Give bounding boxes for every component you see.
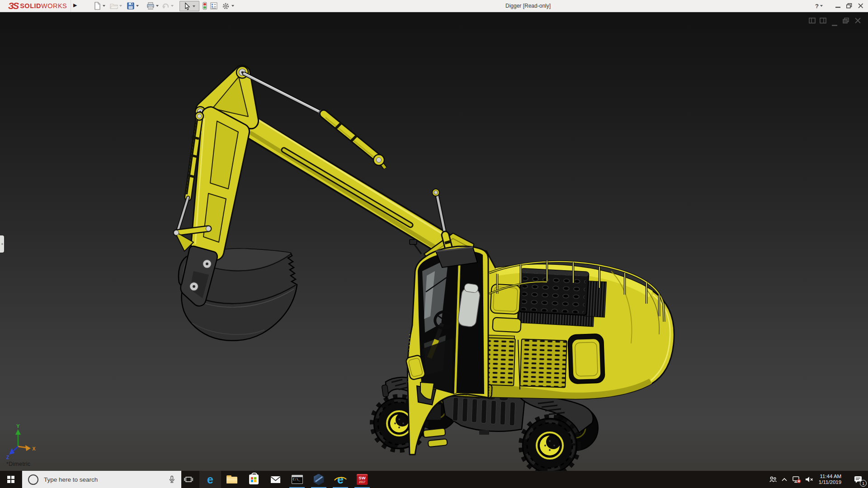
sw-icon-text: SW xyxy=(359,476,365,480)
store-icon xyxy=(249,474,259,484)
open-button xyxy=(110,1,122,11)
solidworks-logo: ЗSSOLIDWORKS xyxy=(8,1,67,11)
command-prompt-glyph: C:\_ xyxy=(293,478,301,481)
save-button[interactable] xyxy=(127,1,139,11)
solidworks-2017-icon: SW 2017 xyxy=(357,474,368,485)
start-button[interactable] xyxy=(0,471,22,488)
help-label: ? xyxy=(815,3,819,9)
dropdown-caret[interactable] xyxy=(820,5,823,7)
taskbar-app-solidworks[interactable]: SW 2017 xyxy=(351,471,373,488)
rear-side-window xyxy=(568,334,605,384)
reference-triad: Y X Z xyxy=(6,423,36,460)
doc-tile-pane-icon[interactable] xyxy=(809,17,816,25)
triad-x-label: X xyxy=(32,446,36,451)
action-center-button[interactable]: 1 xyxy=(848,471,868,488)
dropdown-caret[interactable] xyxy=(136,5,139,7)
taskbar-app-command-prompt[interactable]: C:\_ xyxy=(286,471,308,488)
doc-restore-icon[interactable] xyxy=(843,17,849,25)
ie-ring xyxy=(334,476,347,482)
logo-text-solid: SOLID xyxy=(20,2,41,9)
taskbar-app-store[interactable] xyxy=(243,471,264,488)
excavator-model[interactable]: Y X Z xyxy=(0,12,868,471)
microphone-icon[interactable] xyxy=(168,475,176,483)
clock-date: 1/11/2019 xyxy=(819,479,841,485)
title-bar: ЗSSOLIDWORKS ▶ Digger [Read-only] ? xyxy=(0,0,868,12)
taskbar-search-box[interactable] xyxy=(22,471,181,488)
dropdown-caret xyxy=(171,5,174,7)
command-prompt-icon: C:\_ xyxy=(292,475,303,484)
edge-icon: e xyxy=(207,474,213,485)
dropdown-caret[interactable] xyxy=(156,5,159,7)
document-title: Digger [Read-only] xyxy=(505,3,551,9)
volume-muted-icon xyxy=(805,476,814,483)
help-button[interactable]: ? xyxy=(815,2,823,10)
taskbar-app-edrawings[interactable] xyxy=(308,471,330,488)
solidworks-logo-mark: ЗS xyxy=(8,1,18,11)
doc-close-icon[interactable] xyxy=(855,17,861,25)
taskbar-clock[interactable]: 11:44 AM 1/11/2019 xyxy=(816,471,844,488)
document-properties-button[interactable] xyxy=(210,1,218,11)
sw-icon-year: 2017 xyxy=(359,480,365,483)
task-view-icon xyxy=(184,476,193,483)
select-cursor-icon xyxy=(184,2,191,10)
mirror-arm xyxy=(414,244,421,254)
dropdown-caret xyxy=(119,5,122,7)
dropdown-caret[interactable] xyxy=(231,5,234,7)
volume-button[interactable] xyxy=(803,471,816,488)
taskbar-app-mail[interactable] xyxy=(264,471,286,488)
print-icon xyxy=(146,2,155,10)
rebuild-button[interactable] xyxy=(201,1,209,11)
graphics-viewport[interactable]: Y X Z *Dimetric xyxy=(0,12,868,471)
feature-tree-flyout-tab[interactable] xyxy=(0,235,4,253)
logo-text-works: WORKS xyxy=(41,2,67,9)
divider xyxy=(71,0,71,12)
triad-y-label: Y xyxy=(16,423,20,429)
dropdown-caret[interactable] xyxy=(103,5,105,7)
restore-icon xyxy=(846,3,852,9)
notification-badge: 1 xyxy=(860,480,867,487)
close-icon xyxy=(858,3,863,9)
people-icon xyxy=(769,476,777,483)
windows-logo-icon xyxy=(7,476,15,483)
flyout-tab-dot xyxy=(1,243,3,245)
options-button[interactable] xyxy=(222,1,234,11)
doc-split-pane-icon[interactable] xyxy=(820,17,826,25)
people-button[interactable] xyxy=(767,471,778,488)
edrawings-icon xyxy=(314,474,324,485)
print-button[interactable] xyxy=(146,1,159,11)
triad-z-label: Z xyxy=(6,455,9,460)
mail-icon xyxy=(270,476,281,483)
network-status-button[interactable] xyxy=(790,471,803,488)
clock-time: 11:44 AM xyxy=(819,474,841,479)
taskbar-app-edge[interactable]: e xyxy=(199,471,221,488)
gear-icon xyxy=(222,2,230,10)
cortana-icon xyxy=(28,474,38,485)
open-icon xyxy=(110,2,118,10)
undo-button xyxy=(161,1,174,11)
new-document-button[interactable] xyxy=(93,1,105,11)
search-input[interactable] xyxy=(43,476,168,483)
minimize-icon xyxy=(835,3,841,9)
new-document-icon xyxy=(93,2,101,10)
taskbar-app-internet-explorer[interactable]: e xyxy=(330,471,351,488)
tray-overflow-button[interactable] xyxy=(778,471,790,488)
taskbar-app-file-explorer[interactable] xyxy=(221,471,243,488)
doc-minimize-icon[interactable] xyxy=(832,20,838,28)
file-explorer-icon xyxy=(226,475,237,483)
document-properties-icon xyxy=(210,2,218,10)
view-orientation-label: *Dimetric xyxy=(6,461,30,467)
chevron-up-icon xyxy=(781,477,788,482)
mirror xyxy=(410,239,417,244)
rebuild-traffic-light-icon xyxy=(201,2,209,10)
minimize-button[interactable] xyxy=(835,2,841,10)
network-disconnected-icon xyxy=(792,476,801,483)
entry-steps xyxy=(423,428,448,447)
restore-button[interactable] xyxy=(846,2,852,10)
menu-flyout-arrow[interactable]: ▶ xyxy=(73,2,77,8)
dropdown-caret[interactable] xyxy=(193,5,195,7)
close-button[interactable] xyxy=(858,2,863,10)
undo-icon xyxy=(161,2,170,10)
task-view-button[interactable] xyxy=(178,471,199,488)
taskbar: e C:\_ e SW xyxy=(0,471,868,488)
select-tool-button[interactable] xyxy=(179,1,199,11)
